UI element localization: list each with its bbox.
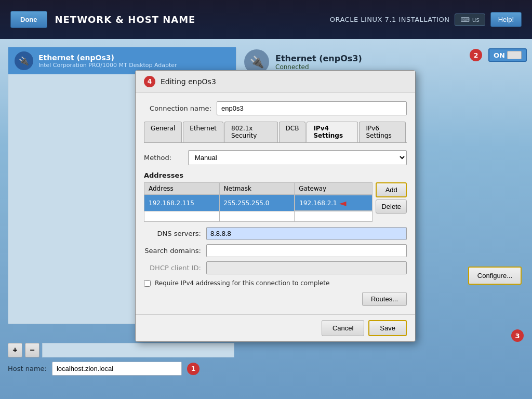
tab-ethernet[interactable]: Ethernet [183,122,223,142]
col-address: Address [144,183,220,195]
toggle-slider[interactable] [507,51,522,59]
empty-cell-3 [295,211,373,222]
hostname-row: Host name: 1 [8,362,203,376]
configure-area: 3 Configure... [511,329,527,342]
dns-row: DNS servers: [144,227,407,240]
empty-cell-1 [144,211,220,222]
table-row[interactable]: 192.168.2.115 255.255.255.0 192.168.2.1◄ [144,195,373,211]
help-button[interactable]: Help! [490,12,522,27]
keyboard-icon: ⌨ [460,16,469,23]
search-row: Search domains: [144,244,407,257]
checkbox-row: Require IPv4 addressing for this connect… [144,280,407,287]
main-content: 🔌 Ethernet (enpOs3) Intel Corporation PR… [0,39,532,399]
addresses-table-wrapper: Address Netmask Gateway 192.168.2.115 25… [144,182,373,222]
cell-netmask: 255.255.255.0 [219,195,295,211]
dialog-title: Editing enpOs3 [161,77,216,86]
toggle-badge: 2 [470,49,482,61]
toggle-on-label: ON [494,51,505,59]
method-select[interactable]: Manual Automatic (DHCP) Link-Local Only … [188,150,407,165]
adapter-info: Ethernet (enpOs3) Intel Corporation PRO/… [38,54,177,69]
dns-input[interactable] [206,227,407,240]
edit-dialog: 4 Editing enpOs3 Connection name: Genera… [135,70,416,342]
ethernet-info: Ethernet (enpOs3) Connected [275,54,362,71]
add-address-button[interactable]: Add [376,182,407,197]
search-label: Search domains: [144,247,201,255]
keyboard-indicator[interactable]: ⌨ us [455,14,485,26]
save-button[interactable]: Save [368,320,407,336]
dns-label: DNS servers: [144,230,201,237]
dialog-badge: 4 [144,76,155,87]
method-label: Method: [144,154,183,162]
delete-address-button[interactable]: Delete [376,200,407,214]
dialog-titlebar: 4 Editing enpOs3 [136,71,415,93]
table-with-buttons: Address Netmask Gateway 192.168.2.115 25… [144,182,407,222]
col-netmask: Netmask [219,183,295,195]
ethernet-name: Ethernet (enpOs3) [275,54,362,63]
header: Done NETWORK & HOST NAME ORACLE LINUX 7.… [0,0,532,39]
connection-name-row: Connection name: [144,101,407,115]
add-adapter-button[interactable]: + [8,343,22,357]
toggle-area: 2 ON [470,48,527,62]
cell-gateway: 192.168.2.1◄ [295,195,373,211]
connection-name-label: Connection name: [144,104,211,112]
require-ipv4-checkbox[interactable] [144,280,151,287]
adapter-icon: 🔌 [15,51,33,70]
ethernet-connected: Connected [275,63,362,71]
addresses-title: Addresses [144,171,407,179]
tab-dcb[interactable]: DCB [279,122,306,142]
add-delete-col: Add Delete [376,182,407,214]
col-gateway: Gateway [295,183,373,195]
tab-ipv4[interactable]: IPv4 Settings [307,122,358,142]
tabs: General Ethernet 802.1x Security DCB IPv… [144,122,407,143]
checkbox-label: Require IPv4 addressing for this connect… [155,280,329,287]
keyboard-lang: us [472,16,480,23]
routes-button[interactable]: Routes... [362,292,407,306]
arrow-indicator: ◄ [339,197,347,208]
dialog-footer: Cancel Save [136,314,415,341]
routes-row: Routes... [144,292,407,306]
empty-cell-2 [219,211,295,222]
tab-8021x[interactable]: 802.1x Security [224,122,278,142]
table-empty-row [144,211,373,222]
cell-address: 192.168.2.115 [144,195,220,211]
add-icon: + [12,345,17,355]
hostname-badge: 1 [187,363,200,375]
configure-button[interactable]: Configure... [468,267,522,285]
adapter-description: Intel Corporation PRO/1000 MT Desktop Ad… [38,62,177,69]
dialog-body: Connection name: General Ethernet 802.1x… [136,93,415,314]
addresses-table: Address Netmask Gateway 192.168.2.115 25… [144,182,373,222]
addresses-section: Addresses Address Netmask Gateway [144,171,407,222]
add-remove-bar: + − [8,343,234,357]
header-left: Done NETWORK & HOST NAME [10,11,195,28]
remove-icon: − [30,345,34,355]
dhcp-input [206,261,407,274]
hostname-label: Host name: [8,365,47,373]
search-input[interactable] [206,244,407,257]
connection-name-input[interactable] [217,101,407,115]
remove-adapter-button[interactable]: − [25,343,39,357]
done-button[interactable]: Done [10,11,47,28]
dhcp-row: DHCP client ID: [144,261,407,274]
toggle-switch[interactable]: ON [488,48,527,62]
configure-badge: 3 [511,329,524,342]
method-row: Method: Manual Automatic (DHCP) Link-Loc… [144,150,407,165]
header-right: ORACLE LINUX 7.1 INSTALLATION ⌨ us Help! [330,12,522,27]
hostname-input[interactable] [52,362,182,376]
cancel-button[interactable]: Cancel [322,320,364,336]
adapter-name: Ethernet (enpOs3) [38,54,177,62]
page-title: NETWORK & HOST NAME [55,14,196,25]
oracle-title: ORACLE LINUX 7.1 INSTALLATION [330,16,450,23]
tab-general[interactable]: General [144,122,182,142]
tab-ipv6[interactable]: IPv6 Settings [359,122,406,142]
dhcp-label: DHCP client ID: [144,264,201,272]
